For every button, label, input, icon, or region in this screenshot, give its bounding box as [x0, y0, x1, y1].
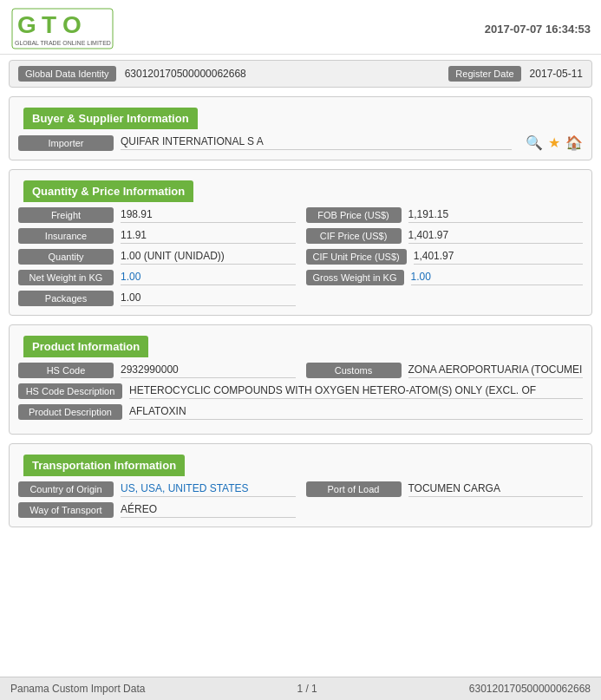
cif-right: CIF Price (US$) 1,401.97	[306, 228, 584, 244]
country-origin-left: Country of Origin US, USA, UNITED STATES	[18, 481, 296, 497]
customs-right: Customs ZONA AEROPORTUARIA (TOCUMEI	[306, 363, 584, 378]
quantity-price-title: Quantity & Price Information	[23, 180, 193, 202]
product-info-title-row: Product Information	[10, 325, 591, 357]
freight-left: Freight 198.91	[18, 207, 296, 223]
svg-text:O: O	[62, 11, 82, 38]
star-icon[interactable]: ★	[548, 134, 560, 151]
net-weight-label: Net Weight in KG	[18, 270, 114, 285]
company-logo: G T O GLOBAL TRADE ONLINE LIMITED	[10, 7, 114, 50]
freight-value: 198.91	[121, 208, 296, 223]
home-icon[interactable]: 🏠	[565, 134, 583, 151]
weights-row: Net Weight in KG 1.00 Gross Weight in KG…	[18, 270, 583, 285]
origin-port-row: Country of Origin US, USA, UNITED STATES…	[18, 481, 583, 497]
footer-right: 630120170500000062668	[469, 683, 591, 695]
net-weight-left: Net Weight in KG 1.00	[18, 270, 296, 285]
way-transport-left: Way of Transport AÉREO	[18, 502, 296, 518]
hscode-left: HS Code 2932990000	[18, 363, 296, 378]
quantity-price-content: Freight 198.91 FOB Price (US$) 1,191.15 …	[10, 202, 591, 315]
packages-label: Packages	[18, 291, 114, 306]
product-info-content: HS Code 2932990000 Customs ZONA AEROPORT…	[10, 357, 591, 434]
product-desc-row: Product Description AFLATOXIN	[18, 404, 583, 420]
fob-label: FOB Price (US$)	[306, 207, 402, 223]
global-data-label: Global Data Identity	[18, 66, 116, 82]
page-footer: Panama Custom Import Data 1 / 1 63012017…	[0, 677, 601, 700]
product-info-section: Product Information HS Code 2932990000 C…	[9, 324, 592, 435]
hs-desc-row: HS Code Description HETEROCYCLIC COMPOUN…	[18, 383, 583, 399]
gross-weight-label: Gross Weight in KG	[306, 270, 404, 285]
insurance-cif-row: Insurance 11.91 CIF Price (US$) 1,401.97	[18, 228, 583, 244]
customs-label: Customs	[306, 363, 402, 378]
hs-desc-label: HS Code Description	[18, 383, 122, 399]
net-weight-value: 1.00	[121, 271, 296, 285]
buyer-supplier-section: Buyer & Supplier Information Importer QU…	[9, 96, 592, 160]
quantity-value: 1.00 (UNIT (UNIDAD))	[121, 250, 296, 265]
product-desc-value: AFLATOXIN	[129, 405, 583, 420]
packages-row: Packages 1.00	[18, 291, 583, 306]
main-content: Global Data Identity 6301201705000000626…	[0, 55, 601, 541]
importer-value: QUIFAR INTERNATIONAL S A	[121, 135, 512, 150]
insurance-left: Insurance 11.91	[18, 228, 296, 244]
datetime-display: 2017-07-07 16:34:53	[485, 23, 591, 36]
gross-weight-right: Gross Weight in KG 1.00	[306, 270, 584, 285]
hs-code-value: 2932990000	[121, 363, 296, 378]
footer-center: 1 / 1	[297, 683, 317, 695]
transport-title: Transportation Information	[23, 455, 185, 476]
quantity-price-section: Quantity & Price Information Freight 198…	[9, 169, 592, 316]
country-origin-label: Country of Origin	[18, 481, 114, 497]
way-transport-label: Way of Transport	[18, 502, 114, 518]
product-info-title: Product Information	[23, 336, 148, 357]
footer-left: Panama Custom Import Data	[10, 683, 145, 695]
port-load-value: TOCUMEN CARGA	[408, 482, 584, 497]
global-data-value: 630120170500000062668	[125, 68, 246, 80]
way-transport-row: Way of Transport AÉREO	[18, 502, 583, 518]
icon-group: 🔍 ★ 🏠	[526, 134, 583, 151]
fob-right: FOB Price (US$) 1,191.15	[306, 207, 584, 223]
transport-title-row: Transportation Information	[10, 444, 591, 476]
freight-fob-row: Freight 198.91 FOB Price (US$) 1,191.15	[18, 207, 583, 223]
gross-weight-value: 1.00	[411, 271, 584, 285]
packages-value: 1.00	[121, 291, 296, 306]
register-date-value: 2017-05-11	[530, 68, 583, 80]
way-transport-value: AÉREO	[121, 503, 296, 518]
cif-value: 1,401.97	[408, 229, 584, 244]
packages-left: Packages 1.00	[18, 291, 296, 306]
insurance-label: Insurance	[18, 228, 114, 244]
product-desc-label: Product Description	[18, 404, 122, 420]
svg-text:GLOBAL TRADE ONLINE LIMITED: GLOBAL TRADE ONLINE LIMITED	[15, 40, 111, 46]
freight-label: Freight	[18, 207, 114, 223]
svg-text:T: T	[42, 11, 56, 38]
quantity-label: Quantity	[18, 249, 114, 265]
global-data-row: Global Data Identity 6301201705000000626…	[9, 60, 592, 88]
importer-row: Importer QUIFAR INTERNATIONAL S A 🔍 ★ 🏠	[18, 134, 583, 151]
transport-content: Country of Origin US, USA, UNITED STATES…	[10, 476, 591, 527]
port-load-right: Port of Load TOCUMEN CARGA	[306, 481, 584, 497]
hscode-customs-row: HS Code 2932990000 Customs ZONA AEROPORT…	[18, 363, 583, 378]
buyer-supplier-content: Importer QUIFAR INTERNATIONAL S A 🔍 ★ 🏠	[10, 129, 591, 160]
fob-value: 1,191.15	[408, 208, 584, 223]
search-icon[interactable]: 🔍	[526, 134, 543, 151]
country-origin-value: US, USA, UNITED STATES	[121, 482, 296, 497]
hs-desc-value: HETEROCYCLIC COMPOUNDS WITH OXYGEN HETER…	[129, 384, 583, 399]
quantity-cifunit-row: Quantity 1.00 (UNIT (UNIDAD)) CIF Unit P…	[18, 249, 583, 265]
cif-label: CIF Price (US$)	[306, 228, 402, 244]
register-date-label: Register Date	[448, 66, 520, 82]
buyer-supplier-title: Buyer & Supplier Information	[23, 108, 198, 129]
quantity-left: Quantity 1.00 (UNIT (UNIDAD))	[18, 249, 296, 265]
cif-unit-right: CIF Unit Price (US$) 1,401.97	[306, 249, 584, 265]
hs-code-label: HS Code	[18, 363, 114, 378]
transport-section: Transportation Information Country of Or…	[9, 443, 592, 527]
svg-text:G: G	[17, 11, 36, 38]
cif-unit-label: CIF Unit Price (US$)	[306, 249, 407, 265]
insurance-value: 11.91	[121, 229, 296, 244]
importer-label: Importer	[18, 135, 114, 151]
logo-area: G T O GLOBAL TRADE ONLINE LIMITED	[10, 7, 114, 50]
customs-value: ZONA AEROPORTUARIA (TOCUMEI	[408, 363, 584, 378]
buyer-supplier-title-row: Buyer & Supplier Information	[10, 97, 591, 129]
page-header: G T O GLOBAL TRADE ONLINE LIMITED 2017-0…	[0, 0, 601, 55]
quantity-price-title-row: Quantity & Price Information	[10, 170, 591, 202]
cif-unit-value: 1,401.97	[414, 250, 583, 265]
port-load-label: Port of Load	[306, 481, 402, 497]
